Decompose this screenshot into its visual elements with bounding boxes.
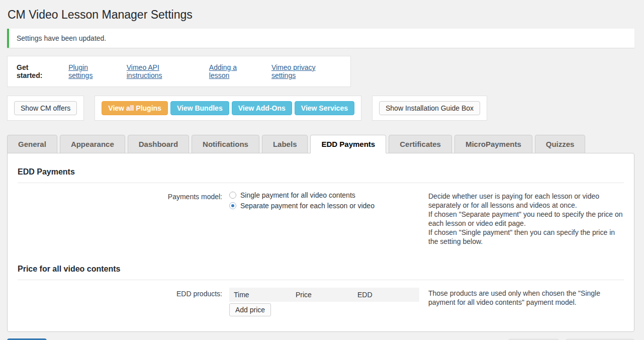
radio-button-separate-payment[interactable]	[229, 202, 236, 209]
section-heading-edd-payments: EDD Payments	[18, 161, 624, 183]
radio-label-separate-payment: Separate payment for each lesson or vide…	[240, 201, 375, 210]
column-header-edd: EDD	[357, 291, 419, 299]
view-all-plugins-button[interactable]: View all Plugins	[102, 101, 168, 115]
column-header-time: Time	[234, 291, 296, 299]
tab-micropayments[interactable]: MicroPayments	[454, 135, 532, 153]
tab-certificates[interactable]: Certificates	[389, 135, 452, 153]
show-cm-offers-button[interactable]: Show CM offers	[14, 101, 77, 115]
add-price-button[interactable]: Add price	[229, 303, 271, 316]
link-vimeo-api-instructions[interactable]: Vimeo API instructions	[127, 63, 197, 79]
radio-label-single-payment: Single payment for all video contents	[240, 191, 355, 200]
section-heading-price-for-all: Price for all video contents	[18, 259, 624, 280]
tab-notifications[interactable]: Notifications	[192, 135, 259, 153]
payments-model-options: Single payment for all video contents Se…	[229, 191, 423, 259]
radio-option-single-payment[interactable]: Single payment for all video contents	[229, 191, 423, 200]
page-title: CM Video Lesson Manager Settings	[7, 8, 634, 22]
tab-quizzes[interactable]: Quizzes	[535, 135, 586, 153]
edd-products-row: EDD products: Time Price EDD Add price T…	[18, 280, 624, 316]
cm-offers-box: Show CM offers	[7, 96, 84, 121]
radio-option-separate-payment[interactable]: Separate payment for each lesson or vide…	[229, 201, 423, 210]
view-add-ons-button[interactable]: View Add-Ons	[232, 101, 292, 115]
get-started-label: Get started:	[17, 63, 56, 79]
tab-dashboard[interactable]: Dashboard	[128, 135, 189, 153]
view-services-button[interactable]: View Services	[295, 101, 354, 115]
settings-tabs: General Appearance Dashboard Notificatio…	[7, 135, 634, 153]
tab-labels[interactable]: Labels	[262, 135, 308, 153]
payments-model-label: Payments model:	[18, 191, 224, 259]
success-notice: Settings have been updated.	[7, 29, 634, 48]
notice-text: Settings have been updated.	[17, 34, 106, 42]
tab-edd-payments[interactable]: EDD Payments	[310, 135, 386, 153]
toolbar-row: Show CM offers View all Plugins View Bun…	[7, 96, 634, 121]
tab-general[interactable]: General	[7, 135, 57, 153]
link-plugin-settings[interactable]: Plugin settings	[68, 63, 114, 79]
edd-products-description: Those products are used only when chosen…	[428, 288, 624, 316]
link-adding-a-lesson[interactable]: Adding a lesson	[209, 63, 259, 79]
link-vimeo-privacy-settings[interactable]: Vimeo privacy settings	[271, 63, 341, 79]
edd-products-label: EDD products:	[18, 288, 224, 316]
radio-button-single-payment[interactable]	[229, 192, 236, 199]
edd-products-table-header: Time Price EDD	[229, 288, 419, 302]
get-started-box: Get started: Plugin settings Vimeo API i…	[7, 56, 351, 87]
tab-panel-edd-payments: EDD Payments Payments model: Single paym…	[7, 153, 634, 332]
view-bundles-button[interactable]: View Bundles	[170, 101, 229, 115]
edd-products-table: Time Price EDD Add price	[229, 288, 419, 316]
tab-appearance[interactable]: Appearance	[60, 135, 125, 153]
plugin-buttons-box: View all Plugins View Bundles View Add-O…	[95, 96, 361, 121]
payments-model-description: Decide whether user is paying for each l…	[428, 191, 624, 259]
column-header-price: Price	[296, 291, 357, 299]
installation-guide-box: Show Installation Guide Box	[372, 96, 487, 121]
show-installation-guide-button[interactable]: Show Installation Guide Box	[379, 101, 480, 115]
payments-model-row: Payments model: Single payment for all v…	[18, 183, 624, 259]
